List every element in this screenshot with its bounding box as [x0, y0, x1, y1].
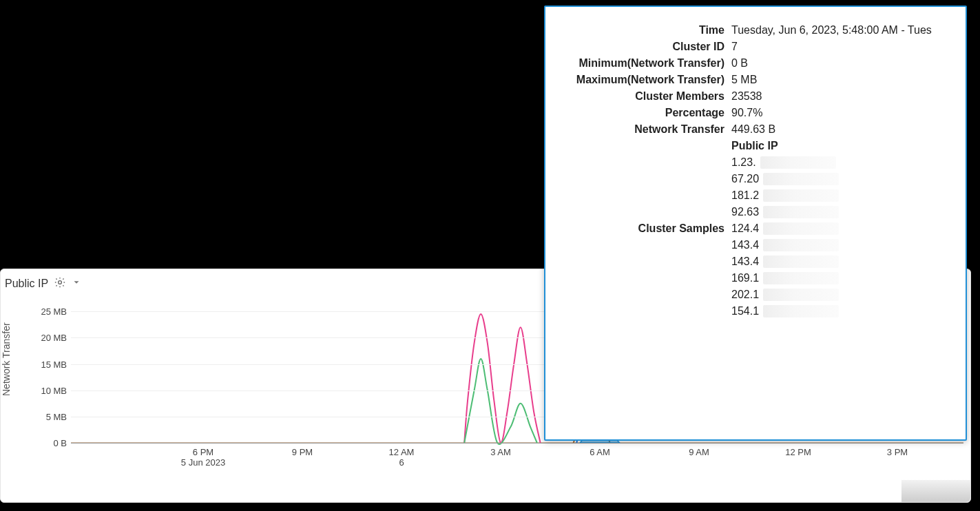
tooltip-field-label: Cluster Members	[562, 90, 724, 103]
tooltip-row: TimeTuesday, Jun 6, 2023, 5:48:00 AM - T…	[562, 24, 953, 36]
tooltip-public-ip-header: Public IP	[562, 140, 953, 152]
ip-value: 1.23.	[731, 156, 953, 169]
tooltip-field-label: Percentage	[562, 107, 724, 119]
y-tick-label: 5 MB	[31, 411, 67, 421]
cluster-samples-label: Cluster Samples	[562, 222, 724, 235]
chart-series-green	[464, 359, 537, 444]
y-tick-label: 0 B	[31, 438, 67, 448]
redacted-block	[760, 156, 836, 169]
tooltip-field-value: 23538	[731, 90, 953, 103]
svg-point-0	[59, 281, 62, 284]
x-tick-label: 9 PM	[292, 447, 313, 457]
ip-value: 202.1	[731, 289, 953, 301]
tooltip-row: Cluster Members23538	[562, 90, 953, 103]
redacted-block	[763, 239, 839, 251]
tooltip-field-value: 7	[731, 41, 953, 53]
tooltip-field-value: 449.63 B	[731, 123, 953, 136]
redacted-block	[763, 189, 839, 202]
y-tick-label: 25 MB	[31, 306, 67, 317]
tooltip-panel: TimeTuesday, Jun 6, 2023, 5:48:00 AM - T…	[544, 6, 967, 441]
x-tick-label: 6 PM5 Jun 2023	[181, 447, 225, 468]
tooltip-field-label: Network Transfer	[562, 123, 724, 136]
tooltip-cluster-samples-row: Cluster Samples 124.4143.4143.4169.1202.…	[562, 222, 953, 317]
ip-value: 169.1	[731, 272, 953, 284]
y-tick-label: 20 MB	[31, 333, 67, 343]
redacted-block	[763, 206, 839, 218]
x-tick-label: 12 PM	[785, 447, 811, 457]
gear-icon[interactable]	[54, 276, 66, 291]
tooltip-field-label: Time	[562, 24, 724, 36]
redacted-block	[763, 222, 839, 235]
x-tick-label: 9 AM	[689, 447, 709, 457]
public-ip-heading: Public IP	[731, 140, 953, 152]
y-tick-label: 15 MB	[31, 359, 67, 369]
tooltip-row: Minimum(Network Transfer)0 B	[562, 57, 953, 70]
tooltip-field-value: 90.7%	[731, 107, 953, 119]
y-tick-label: 10 MB	[31, 385, 67, 395]
ip-value: 67.20	[731, 173, 953, 185]
tooltip-public-ip-list-row: 1.23.67.20181.292.63	[562, 156, 953, 218]
redacted-block	[763, 305, 839, 317]
tooltip-row: Cluster ID7	[562, 41, 953, 53]
redacted-block	[763, 255, 839, 268]
tooltip-field-value: Tuesday, Jun 6, 2023, 5:48:00 AM - Tues	[731, 24, 953, 36]
ip-value: 92.63	[731, 206, 953, 218]
x-tick-label: 3 AM	[490, 447, 511, 457]
tooltip-field-value: 5 MB	[731, 74, 953, 86]
tooltip-field-label: Minimum(Network Transfer)	[562, 57, 724, 70]
chart-title: Public IP	[5, 278, 48, 290]
tooltip-field-value: 0 B	[731, 57, 953, 70]
tooltip-field-label: Cluster ID	[562, 41, 724, 53]
x-tick-label: 12 AM6	[389, 447, 415, 468]
tooltip-row: Percentage90.7%	[562, 107, 953, 119]
ip-value: 124.4	[731, 222, 953, 235]
redacted-block	[763, 173, 839, 185]
y-axis-label: Network Transfer	[1, 322, 12, 396]
redacted-block	[763, 272, 839, 284]
ip-value: 154.1	[731, 305, 953, 317]
ip-value: 143.4	[731, 239, 953, 251]
tooltip-field-label: Maximum(Network Transfer)	[562, 74, 724, 86]
tooltip-row: Network Transfer449.63 B	[562, 123, 953, 136]
ip-value: 181.2	[731, 189, 953, 202]
tooltip-row: Maximum(Network Transfer)5 MB	[562, 74, 953, 86]
chevron-down-icon[interactable]	[72, 278, 81, 290]
x-tick-label: 6 AM	[590, 447, 610, 457]
redacted-block	[763, 289, 839, 301]
x-tick-label: 3 PM	[887, 447, 908, 457]
ip-value: 143.4	[731, 255, 953, 268]
